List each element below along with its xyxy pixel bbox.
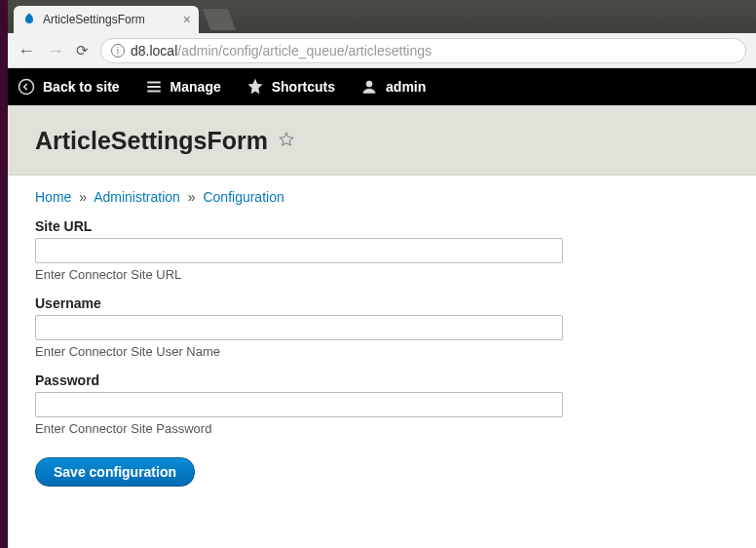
url-text: d8.local/admin/config/article_queue/arti… <box>131 43 432 59</box>
user-link[interactable]: admin <box>360 78 426 96</box>
back-to-site-link[interactable]: Back to site <box>18 78 120 96</box>
browser-tab-strip: ArticleSettingsForm × <box>8 0 756 33</box>
main-content: Home » Administration » Configuration Si… <box>8 176 756 500</box>
drupal-favicon-icon <box>21 12 37 27</box>
browser-address-bar: ← → ⟳ i d8.local/admin/config/article_qu… <box>8 33 756 68</box>
hamburger-icon <box>145 78 163 96</box>
toolbar-label: Manage <box>170 79 221 95</box>
drupal-admin-toolbar: Back to site Manage Shortcuts admin <box>8 68 756 105</box>
form-item-username: Username Enter Connector Site User Name <box>35 295 729 359</box>
forward-arrow-icon: → <box>47 42 64 59</box>
url-input[interactable]: i d8.local/admin/config/article_queue/ar… <box>100 38 746 63</box>
page-title: ArticleSettingsForm <box>35 127 268 155</box>
toolbar-label: Back to site <box>43 79 120 95</box>
site-info-icon[interactable]: i <box>111 44 125 58</box>
site-url-input[interactable] <box>35 238 563 263</box>
site-url-desc: Enter Connector Site URL <box>35 267 729 282</box>
username-label: Username <box>35 295 729 311</box>
new-tab-button[interactable] <box>203 9 236 30</box>
breadcrumb-home[interactable]: Home <box>35 189 71 205</box>
toolbar-label: Shortcuts <box>272 79 335 95</box>
form-item-password: Password Enter Connector Site Password <box>35 372 729 436</box>
password-desc: Enter Connector Site Password <box>35 421 729 436</box>
svg-point-0 <box>19 80 34 95</box>
shortcut-star-icon[interactable] <box>278 131 295 151</box>
form-item-site-url: Site URL Enter Connector Site URL <box>35 218 729 282</box>
save-configuration-button[interactable]: Save configuration <box>35 457 195 487</box>
svg-point-1 <box>366 81 372 87</box>
page-title-region: ArticleSettingsForm <box>8 105 756 176</box>
breadcrumb-sep: » <box>79 189 87 205</box>
back-arrow-icon[interactable]: ← <box>18 42 35 59</box>
close-tab-icon[interactable]: × <box>183 13 191 26</box>
username-desc: Enter Connector Site User Name <box>35 344 729 359</box>
os-window-edge <box>0 0 8 548</box>
breadcrumb-config[interactable]: Configuration <box>203 189 284 205</box>
password-input[interactable] <box>35 392 563 417</box>
breadcrumb-sep: » <box>188 189 196 205</box>
browser-tab[interactable]: ArticleSettingsForm × <box>14 6 199 33</box>
user-icon <box>360 78 378 96</box>
shortcuts-link[interactable]: Shortcuts <box>246 78 335 96</box>
toolbar-label: admin <box>386 79 426 95</box>
manage-link[interactable]: Manage <box>145 78 221 96</box>
password-label: Password <box>35 372 729 388</box>
breadcrumb-admin[interactable]: Administration <box>94 189 180 205</box>
browser-tab-title: ArticleSettingsForm <box>43 13 145 26</box>
breadcrumb: Home » Administration » Configuration <box>35 189 729 205</box>
back-circle-icon <box>18 78 35 96</box>
star-icon <box>246 78 264 96</box>
username-input[interactable] <box>35 315 563 340</box>
reload-icon[interactable]: ⟳ <box>76 42 89 59</box>
site-url-label: Site URL <box>35 218 729 234</box>
